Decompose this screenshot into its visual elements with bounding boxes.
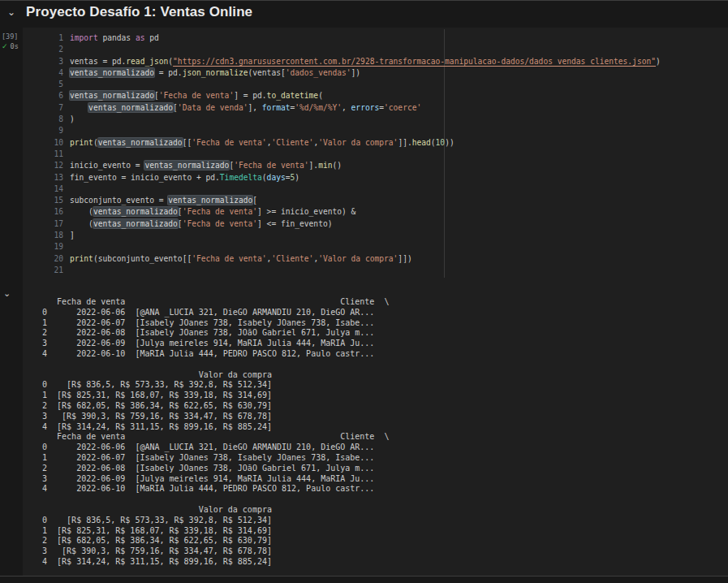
line-number: 6 xyxy=(23,90,63,101)
line-number: 10 xyxy=(23,137,63,149)
line-number: 16 xyxy=(23,206,63,218)
code-lines: 1import pandas as pd23ventas = pd.read_j… xyxy=(23,32,728,276)
code-line[interactable]: 17 (ventas_normalizado['Fecha de venta']… xyxy=(23,218,728,230)
line-number: 18 xyxy=(23,230,63,241)
line-number: 13 xyxy=(23,172,63,184)
code-line[interactable]: 2 xyxy=(23,44,728,55)
line-number: 15 xyxy=(23,195,63,206)
page-title: Proyecto Desafío 1: Ventas Online xyxy=(26,4,252,20)
line-number: 14 xyxy=(23,184,63,195)
code-editor[interactable]: 1import pandas as pd23ventas = pd.read_j… xyxy=(23,28,728,286)
line-number: 3 xyxy=(23,56,63,67)
code-line[interactable]: 21 xyxy=(23,265,728,276)
code-line[interactable]: 16 (ventas_normalizado['Fecha de venta']… xyxy=(23,206,728,218)
line-number: 12 xyxy=(23,160,63,171)
code-line[interactable]: 14 xyxy=(23,184,728,195)
code-line[interactable]: 5 xyxy=(23,79,728,90)
success-check-icon: ✓ xyxy=(2,43,8,50)
code-line[interactable]: 4ventas_normalizado = pd.json_normalize(… xyxy=(23,67,728,79)
code-line[interactable]: 19 xyxy=(23,241,728,253)
line-number: 4 xyxy=(23,67,63,79)
line-number: 7 xyxy=(23,102,63,114)
code-line[interactable]: 11 xyxy=(23,149,728,160)
code-line[interactable]: 13fin_evento = inicio_evento + pd.Timede… xyxy=(23,172,728,184)
line-number: 20 xyxy=(23,253,63,265)
code-line[interactable]: 6ventas_normalizado['Fecha de venta'] = … xyxy=(23,90,728,101)
code-line[interactable]: 15subconjunto_evento = ventas_normalizad… xyxy=(23,195,728,206)
code-line[interactable]: 12inicio_evento = ventas_normalizado['Fe… xyxy=(23,160,728,171)
line-number: 5 xyxy=(23,79,63,90)
line-number: 9 xyxy=(23,125,63,136)
code-line[interactable]: 8) xyxy=(23,114,728,125)
collapse-section-icon[interactable]: ⌄ xyxy=(5,7,18,17)
markdown-cell-header: ⌄ Proyecto Desafío 1: Ventas Online xyxy=(0,1,728,24)
code-line[interactable]: 20print(subconjunto_evento[['Fecha de ve… xyxy=(23,253,728,265)
code-line[interactable]: 7 ventas_normalizado['Data de venda'], f… xyxy=(23,102,728,114)
code-line[interactable]: 10print(ventas_normalizado[['Fecha de ve… xyxy=(23,137,728,149)
line-number: 1 xyxy=(23,32,63,44)
notebook-code-cell: 1import pandas as pd23ventas = pd.read_j… xyxy=(23,28,728,576)
code-line[interactable]: 3ventas = pd.read_json("https://cdn3.gna… xyxy=(23,56,728,67)
code-line[interactable]: 9 xyxy=(23,125,728,136)
line-number: 11 xyxy=(23,149,63,160)
cell-output-area: Fecha de venta Cliente \ 0 2022-06-06 [@… xyxy=(23,297,728,568)
code-line[interactable]: 18] xyxy=(23,230,728,241)
cell-bottom-border xyxy=(0,576,728,577)
code-line[interactable]: 1import pandas as pd xyxy=(23,32,728,44)
execution-count: [39] xyxy=(2,32,18,41)
execution-status: ✓ 0s xyxy=(2,43,19,50)
output-text: Fecha de venta Cliente \ 0 2022-06-06 [@… xyxy=(42,297,728,568)
line-number: 19 xyxy=(23,241,63,253)
line-number: 21 xyxy=(23,265,63,276)
execution-time: 0s xyxy=(11,43,19,50)
line-number: 2 xyxy=(23,44,63,55)
collapse-output-icon[interactable]: ⌄ xyxy=(3,289,11,298)
line-number: 17 xyxy=(23,218,63,230)
line-number: 8 xyxy=(23,114,63,125)
